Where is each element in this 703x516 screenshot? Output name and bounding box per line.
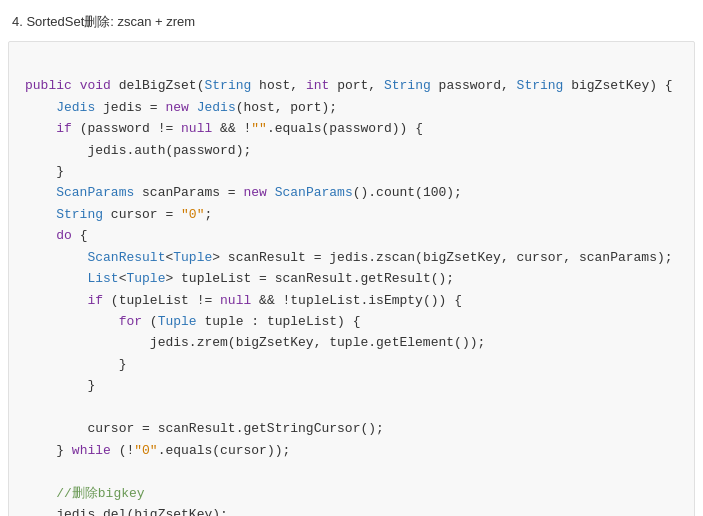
code-line: cursor = scanResult.getStringCursor();: [25, 418, 678, 439]
code-line: ScanResult<Tuple> scanResult = jedis.zsc…: [25, 247, 678, 268]
section-heading: 4. SortedSet删除: zscan + zrem: [0, 8, 703, 41]
code-line: }: [25, 354, 678, 375]
code-line: if (tupleList != null && !tupleList.isEm…: [25, 290, 678, 311]
code-line: String cursor = "0";: [25, 204, 678, 225]
code-line: List<Tuple> tupleList = scanResult.getRe…: [25, 268, 678, 289]
code-line: //删除bigkey: [25, 483, 678, 504]
code-block: public void delBigZset(String host, int …: [8, 41, 695, 516]
code-line: for (Tuple tuple : tupleList) {: [25, 311, 678, 332]
code-line: [25, 461, 678, 482]
code-line: }: [25, 375, 678, 396]
code-line: [25, 54, 678, 75]
code-line: jedis.auth(password);: [25, 140, 678, 161]
code-line: jedis.del(bigZsetKey);: [25, 504, 678, 516]
code-line: jedis.zrem(bigZsetKey, tuple.getElement(…: [25, 332, 678, 353]
code-line: do {: [25, 225, 678, 246]
code-line: Jedis jedis = new Jedis(host, port);: [25, 97, 678, 118]
code-line: }: [25, 161, 678, 182]
code-line: ScanParams scanParams = new ScanParams()…: [25, 182, 678, 203]
code-line: if (password != null && !"".equals(passw…: [25, 118, 678, 139]
code-line: public void delBigZset(String host, int …: [25, 75, 678, 96]
code-line: } while (!"0".equals(cursor));: [25, 440, 678, 461]
code-line: [25, 397, 678, 418]
page-container: 4. SortedSet删除: zscan + zrem public void…: [0, 0, 703, 516]
